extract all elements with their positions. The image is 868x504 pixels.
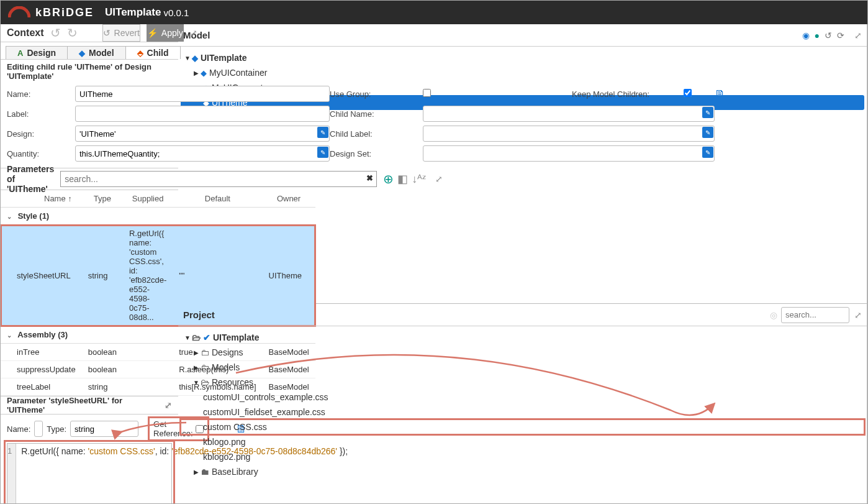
code-gutter: 1 — [7, 444, 16, 504]
tab-label: Child — [147, 48, 169, 58]
undo-icon[interactable]: ↺ — [50, 25, 61, 40]
file-label: customUI_controls_example.css — [203, 392, 328, 402]
params-search-input[interactable] — [60, 171, 377, 187]
eye-icon[interactable]: ◎ — [770, 310, 777, 320]
edit-icon[interactable]: ✎ — [317, 147, 328, 158]
pd-name-label: Name: — [7, 424, 30, 434]
name-label: Name: — [7, 89, 75, 99]
tab-label: Model — [89, 48, 114, 58]
app-header: kBRiDGE UITemplate v0.0.1 — [1, 1, 867, 24]
param-group-style[interactable]: ⌄ Style (1) — [1, 208, 315, 225]
project-file[interactable]: customUI_controls_example.css — [181, 390, 864, 405]
tree-label: Designs — [212, 347, 243, 357]
tab-child[interactable]: ⬘Child — [125, 46, 181, 59]
undo-icon[interactable]: ↺ — [825, 30, 832, 40]
edit-icon[interactable]: ✎ — [702, 147, 713, 158]
sort-az-icon[interactable]: ↓ᴬᶻ — [412, 172, 427, 186]
expand-icon[interactable]: ⤢ — [854, 30, 862, 40]
file-label: customUI_fieldset_example.css — [203, 407, 325, 417]
revert-button[interactable]: ↺Revert — [102, 24, 140, 42]
brand-name: kBRiDGE — [35, 6, 94, 19]
tree-label: MyUIContainer — [209, 68, 267, 78]
col-name[interactable]: Name — [44, 194, 66, 203]
button-label: Revert — [114, 28, 140, 38]
project-file-customcss[interactable]: custom CSS.css — [181, 419, 864, 434]
clear-search-icon[interactable]: ✖ — [366, 173, 373, 183]
refresh-icon[interactable]: ⟳ — [837, 30, 844, 40]
cell-supplied — [123, 344, 173, 361]
add-param-icon[interactable]: ⊕ — [383, 172, 394, 186]
cell-type: string — [82, 378, 123, 396]
tree-label: Models — [212, 362, 240, 372]
play-icon[interactable]: ◉ — [802, 30, 810, 40]
tab-model[interactable]: ◆Model — [67, 46, 125, 59]
project-file[interactable]: kblogo.png — [181, 434, 864, 449]
pd-name-input[interactable] — [34, 421, 43, 437]
project-file[interactable]: customUI_fieldset_example.css — [181, 405, 864, 419]
button-label: Apply — [161, 28, 183, 38]
apply-button[interactable]: ⚡Apply — [147, 24, 184, 42]
edit-icon[interactable]: ✎ — [317, 127, 328, 138]
tab-design[interactable]: ADesign — [6, 46, 68, 59]
expand-icon[interactable]: ⤢ — [435, 174, 443, 184]
cell-supplied: R.getUrl({ name: 'custom CSS.css', id: '… — [123, 225, 173, 326]
col-supplied[interactable]: Supplied — [123, 190, 173, 208]
col-default[interactable]: Default — [173, 190, 262, 208]
designset-input[interactable] — [423, 145, 715, 162]
keepmodel-label: Keep Model Children: — [572, 89, 684, 99]
project-folder-resources[interactable]: ▼🗁Resources — [181, 375, 864, 390]
model-panel-title: Model — [183, 30, 802, 40]
name-input[interactable] — [75, 86, 330, 102]
params-title: Parameters of 'UITheme' — [7, 164, 54, 194]
project-folder-designs[interactable]: ▶🗀Designs — [181, 345, 864, 360]
redo-icon[interactable]: ↻ — [67, 25, 78, 40]
tree-label: Resources — [212, 377, 253, 387]
tab-label: Design — [27, 48, 56, 58]
edit-icon[interactable]: ✎ — [702, 107, 713, 118]
pd-type-label: Type: — [47, 424, 66, 434]
file-label: custom CSS.css — [203, 422, 267, 432]
expand-icon[interactable]: ⤢ — [190, 28, 197, 38]
project-panel-title: Project — [183, 309, 770, 320]
file-label: kblogo2.png — [203, 452, 250, 462]
project-folder-models[interactable]: ▶🗀Models — [181, 360, 864, 375]
project-search-input[interactable] — [781, 307, 849, 323]
pd-type-input[interactable] — [70, 421, 138, 437]
usegroup-checkbox[interactable] — [423, 89, 431, 97]
col-owner[interactable]: Owner — [263, 190, 315, 208]
keepmodel-checkbox[interactable] — [684, 89, 692, 97]
usegroup-label: Use Group: — [330, 89, 423, 99]
project-folder-baselib[interactable]: ▶🖿BaseLibrary — [181, 464, 864, 479]
tree-label: BaseLibrary — [212, 467, 258, 477]
document-icon[interactable]: 🗎 — [715, 88, 739, 101]
expand-icon[interactable]: ⤢ — [854, 310, 862, 320]
childlabel-input[interactable] — [423, 126, 715, 142]
label-input[interactable] — [75, 106, 330, 122]
label-label: Label: — [7, 109, 75, 119]
tree-label: UITemplate — [201, 53, 246, 63]
eraser-icon[interactable]: ◧ — [397, 172, 408, 186]
cell-name: styleSheetURL — [1, 225, 82, 326]
cell-name: suppressUpdate — [1, 361, 82, 378]
qty-input[interactable] — [75, 145, 330, 162]
project-root[interactable]: ▼🗁✔UITemplate — [181, 330, 864, 345]
context-title: Context — [7, 27, 44, 39]
cell-type: boolean — [82, 344, 123, 361]
cell-supplied — [123, 378, 173, 396]
edit-icon[interactable]: ✎ — [702, 127, 713, 138]
design-input[interactable] — [75, 126, 330, 142]
record-icon[interactable]: ● — [815, 30, 820, 40]
brand-logo-icon — [8, 6, 30, 19]
childname-input[interactable] — [423, 106, 715, 122]
header-title: UITemplate — [105, 6, 161, 19]
model-tree-root[interactable]: ▼◆UITemplate — [181, 50, 864, 65]
col-type[interactable]: Type — [82, 190, 123, 208]
code-editor[interactable]: 1 R.getUrl({ name: 'custom CSS.css', id:… — [7, 443, 172, 504]
cell-supplied — [123, 361, 173, 378]
design-label: Design: — [7, 129, 75, 139]
project-file[interactable]: kblogo2.png — [181, 449, 864, 464]
model-tree-item[interactable]: ▶◆MyUIContainer — [181, 65, 864, 80]
cell-name: inTree — [1, 344, 82, 361]
designset-label: Design Set: — [330, 149, 423, 158]
expand-icon[interactable]: ⤢ — [165, 400, 172, 410]
